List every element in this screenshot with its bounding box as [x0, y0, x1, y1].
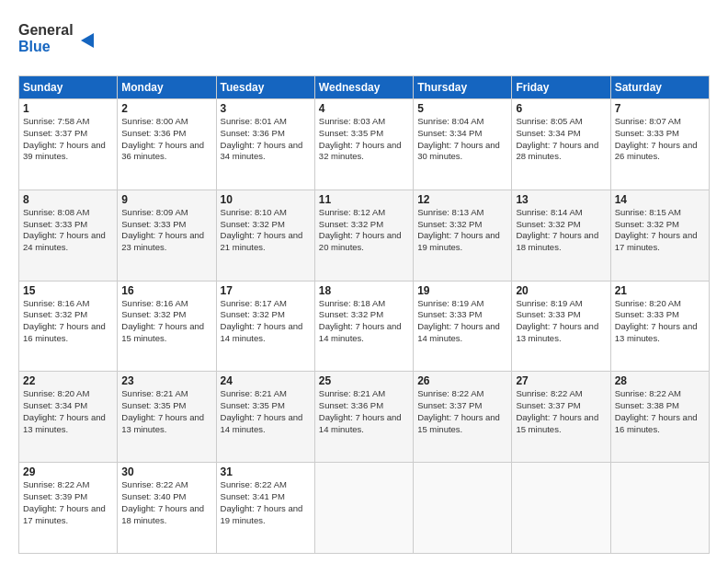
day-info: Sunrise: 8:09 AM Sunset: 3:33 PM Dayligh… [121, 207, 211, 254]
week-row-1: 1 Sunrise: 7:58 AM Sunset: 3:37 PM Dayli… [19, 99, 710, 190]
day-cell: 9 Sunrise: 8:09 AM Sunset: 3:33 PM Dayli… [118, 190, 216, 281]
sunset-label: Sunset: 3:33 PM [121, 219, 186, 229]
sunrise-label: Sunrise: 7:58 AM [23, 116, 89, 126]
sunrise-label: Sunrise: 8:08 AM [23, 207, 89, 217]
sunset-label: Sunset: 3:32 PM [417, 219, 482, 229]
sunrise-label: Sunrise: 8:12 AM [319, 207, 385, 217]
sunrise-label: Sunrise: 8:04 AM [417, 116, 483, 126]
daylight-label: Daylight: 7 hours and 36 minutes. [121, 140, 204, 162]
sunrise-label: Sunrise: 8:21 AM [121, 388, 188, 398]
sunset-label: Sunset: 3:32 PM [319, 219, 383, 229]
sunset-label: Sunset: 3:36 PM [319, 400, 383, 410]
day-cell: 6 Sunrise: 8:05 AM Sunset: 3:34 PM Dayli… [512, 99, 610, 190]
daylight-label: Daylight: 7 hours and 23 minutes. [121, 230, 204, 252]
daylight-label: Daylight: 7 hours and 19 minutes. [221, 503, 303, 525]
sunset-label: Sunset: 3:34 PM [516, 128, 580, 138]
day-cell: 17 Sunrise: 8:17 AM Sunset: 3:32 PM Dayl… [216, 281, 314, 372]
sunset-label: Sunset: 3:32 PM [615, 219, 679, 229]
daylight-label: Daylight: 7 hours and 19 minutes. [417, 230, 500, 252]
day-number: 18 [319, 284, 409, 297]
day-cell: 20 Sunrise: 8:19 AM Sunset: 3:33 PM Dayl… [512, 281, 610, 372]
sunset-label: Sunset: 3:39 PM [23, 491, 87, 501]
day-info: Sunrise: 7:58 AM Sunset: 3:37 PM Dayligh… [23, 116, 113, 163]
day-cell: 1 Sunrise: 7:58 AM Sunset: 3:37 PM Dayli… [19, 99, 118, 190]
sunset-label: Sunset: 3:35 PM [319, 128, 383, 138]
day-number: 26 [417, 374, 507, 387]
daylight-label: Daylight: 7 hours and 16 minutes. [615, 412, 698, 434]
daylight-label: Daylight: 7 hours and 14 minutes. [319, 412, 402, 434]
sunset-label: Sunset: 3:34 PM [417, 128, 482, 138]
day-cell [610, 463, 709, 554]
day-number: 3 [221, 102, 311, 115]
daylight-label: Daylight: 7 hours and 28 minutes. [516, 140, 598, 162]
daylight-label: Daylight: 7 hours and 14 minutes. [417, 321, 500, 343]
daylight-label: Daylight: 7 hours and 24 minutes. [23, 230, 106, 252]
sunset-label: Sunset: 3:33 PM [516, 309, 580, 319]
day-cell: 29 Sunrise: 8:22 AM Sunset: 3:39 PM Dayl… [19, 463, 118, 554]
day-cell: 7 Sunrise: 8:07 AM Sunset: 3:33 PM Dayli… [610, 99, 709, 190]
daylight-label: Daylight: 7 hours and 13 minutes. [516, 321, 598, 343]
sunset-label: Sunset: 3:40 PM [121, 491, 186, 501]
sunset-label: Sunset: 3:32 PM [121, 309, 186, 319]
day-cell: 30 Sunrise: 8:22 AM Sunset: 3:40 PM Dayl… [118, 463, 216, 554]
day-info: Sunrise: 8:03 AM Sunset: 3:35 PM Dayligh… [319, 116, 409, 163]
daylight-label: Daylight: 7 hours and 20 minutes. [319, 230, 402, 252]
day-number: 31 [221, 465, 311, 478]
svg-marker-2 [81, 33, 94, 48]
day-cell: 5 Sunrise: 8:04 AM Sunset: 3:34 PM Dayli… [414, 99, 512, 190]
day-number: 22 [23, 374, 113, 387]
sunrise-label: Sunrise: 8:03 AM [319, 116, 385, 126]
day-cell: 2 Sunrise: 8:00 AM Sunset: 3:36 PM Dayli… [118, 99, 216, 190]
sunrise-label: Sunrise: 8:05 AM [516, 116, 582, 126]
day-cell: 24 Sunrise: 8:21 AM Sunset: 3:35 PM Dayl… [216, 372, 314, 463]
week-row-3: 15 Sunrise: 8:16 AM Sunset: 3:32 PM Dayl… [19, 281, 710, 372]
day-number: 10 [221, 193, 311, 206]
weekday-header-friday: Friday [512, 76, 610, 99]
daylight-label: Daylight: 7 hours and 15 minutes. [121, 321, 204, 343]
sunset-label: Sunset: 3:37 PM [417, 400, 482, 410]
sunrise-label: Sunrise: 8:13 AM [417, 207, 483, 217]
sunset-label: Sunset: 3:33 PM [615, 309, 679, 319]
logo: General Blue [18, 15, 101, 66]
logo-svg: General Blue [18, 15, 101, 63]
weekday-header-monday: Monday [118, 76, 216, 99]
sunset-label: Sunset: 3:32 PM [516, 219, 580, 229]
day-cell: 19 Sunrise: 8:19 AM Sunset: 3:33 PM Dayl… [414, 281, 512, 372]
day-info: Sunrise: 8:04 AM Sunset: 3:34 PM Dayligh… [417, 116, 507, 163]
week-row-2: 8 Sunrise: 8:08 AM Sunset: 3:33 PM Dayli… [19, 190, 710, 281]
sunset-label: Sunset: 3:37 PM [23, 128, 87, 138]
day-number: 30 [121, 465, 211, 478]
sunrise-label: Sunrise: 8:21 AM [319, 388, 385, 398]
day-number: 2 [121, 102, 211, 115]
day-number: 16 [121, 284, 211, 297]
sunset-label: Sunset: 3:32 PM [221, 309, 285, 319]
sunrise-label: Sunrise: 8:18 AM [319, 298, 385, 308]
daylight-label: Daylight: 7 hours and 15 minutes. [516, 412, 598, 434]
day-info: Sunrise: 8:19 AM Sunset: 3:33 PM Dayligh… [417, 298, 507, 345]
daylight-label: Daylight: 7 hours and 13 minutes. [121, 412, 204, 434]
day-number: 11 [319, 193, 409, 206]
sunrise-label: Sunrise: 8:09 AM [121, 207, 188, 217]
day-number: 21 [615, 284, 705, 297]
day-number: 29 [23, 465, 113, 478]
day-info: Sunrise: 8:18 AM Sunset: 3:32 PM Dayligh… [319, 298, 409, 345]
day-info: Sunrise: 8:21 AM Sunset: 3:35 PM Dayligh… [221, 388, 311, 435]
sunset-label: Sunset: 3:36 PM [221, 128, 285, 138]
sunrise-label: Sunrise: 8:22 AM [417, 388, 483, 398]
day-info: Sunrise: 8:17 AM Sunset: 3:32 PM Dayligh… [221, 298, 311, 345]
day-cell: 11 Sunrise: 8:12 AM Sunset: 3:32 PM Dayl… [314, 190, 413, 281]
day-cell: 18 Sunrise: 8:18 AM Sunset: 3:32 PM Dayl… [314, 281, 413, 372]
sunrise-label: Sunrise: 8:15 AM [615, 207, 681, 217]
page: General Blue SundayMondayTuesdayWednesda… [0, 0, 728, 563]
day-info: Sunrise: 8:20 AM Sunset: 3:33 PM Dayligh… [615, 298, 705, 345]
day-cell [512, 463, 610, 554]
day-cell: 28 Sunrise: 8:22 AM Sunset: 3:38 PM Dayl… [610, 372, 709, 463]
day-cell: 8 Sunrise: 8:08 AM Sunset: 3:33 PM Dayli… [19, 190, 118, 281]
daylight-label: Daylight: 7 hours and 14 minutes. [221, 321, 303, 343]
day-cell: 25 Sunrise: 8:21 AM Sunset: 3:36 PM Dayl… [314, 372, 413, 463]
day-number: 17 [221, 284, 311, 297]
day-number: 25 [319, 374, 409, 387]
sunrise-label: Sunrise: 8:16 AM [121, 298, 188, 308]
day-cell: 21 Sunrise: 8:20 AM Sunset: 3:33 PM Dayl… [610, 281, 709, 372]
day-cell: 16 Sunrise: 8:16 AM Sunset: 3:32 PM Dayl… [118, 281, 216, 372]
